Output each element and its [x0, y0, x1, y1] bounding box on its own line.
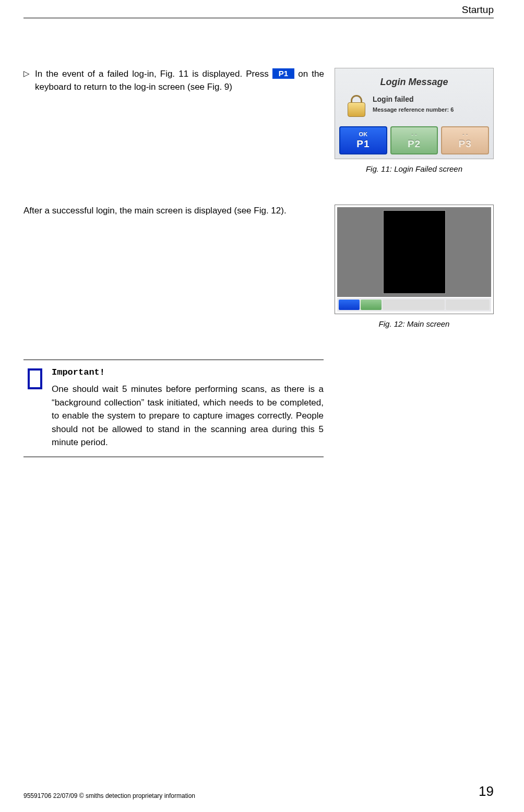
note-heading: Important!	[52, 367, 324, 377]
note-text: Important! One should wait 5 minutes bef…	[52, 367, 324, 449]
p2-button[interactable]: - - P2	[390, 126, 438, 154]
lock-icon	[348, 94, 365, 117]
fig11-col: Login Message Login failed Message refer…	[335, 68, 494, 173]
button-big-label: P2	[408, 138, 421, 150]
row-fig12: After a successful login, the main scree…	[23, 205, 494, 328]
dialog-buttons: OK P1 - - P2 - - P3	[338, 126, 490, 156]
button-top-label: OK	[359, 131, 368, 137]
page-number: 19	[479, 783, 494, 799]
statusbar-chip-green	[361, 300, 382, 310]
main-screen-inner	[337, 207, 491, 312]
step-text: In the event of a failed log-in, Fig. 11…	[35, 68, 324, 93]
step-item: ▷ In the event of a failed log-in, Fig. …	[23, 68, 324, 93]
main-screen-viewport	[383, 210, 446, 294]
statusbar-chip-info	[383, 300, 445, 310]
step-text-col: ▷ In the event of a failed log-in, Fig. …	[23, 68, 324, 173]
login-failed-dialog: Login Message Login failed Message refer…	[335, 68, 494, 159]
button-top-label: - -	[462, 131, 468, 137]
button-top-label: - -	[411, 131, 416, 137]
fig12-caption: Fig. 12: Main screen	[335, 319, 494, 328]
p3-button[interactable]: - - P3	[441, 126, 489, 154]
fig11-caption: Fig. 11: Login Failed screen	[335, 164, 494, 173]
note-body: Important! One should wait 5 minutes bef…	[23, 360, 324, 457]
dialog-message: Login failed Message reference number: 6	[373, 95, 454, 113]
fig12-col: Fig. 12: Main screen	[335, 205, 494, 328]
after-login-text: After a successful login, the main scree…	[23, 205, 324, 328]
button-big-label: P3	[459, 138, 472, 150]
important-note: Important! One should wait 5 minutes bef…	[23, 360, 324, 457]
message-line-1: Login failed	[373, 95, 454, 103]
page-footer: 95591706 22/07/09 © smiths detection pro…	[23, 783, 494, 799]
footer-left: 95591706 22/07/09 © smiths detection pro…	[23, 792, 195, 799]
note-rule-bottom	[23, 457, 324, 457]
note-paragraph: One should wait 5 minutes before perform…	[52, 383, 324, 449]
bullet-marker-icon: ▷	[23, 68, 30, 93]
statusbar-chip-blue	[339, 300, 360, 310]
section-header: Startup	[0, 0, 524, 18]
button-big-label: P1	[356, 138, 370, 150]
step-text-before: In the event of a failed log-in, Fig. 11…	[35, 69, 269, 79]
ok-p1-button[interactable]: OK P1	[339, 126, 387, 154]
main-screen-thumbnail	[335, 205, 494, 314]
dialog-body: Login failed Message reference number: 6	[338, 91, 490, 126]
statusbar-chip-info2	[446, 300, 490, 310]
p1-key-badge: P1	[272, 68, 294, 79]
dialog-title: Login Message	[338, 71, 490, 91]
row-fig11: ▷ In the event of a failed log-in, Fig. …	[23, 68, 494, 173]
important-icon	[28, 368, 42, 389]
message-line-2: Message reference number: 6	[373, 106, 454, 113]
page-content: ▷ In the event of a failed log-in, Fig. …	[0, 18, 524, 457]
main-screen-statusbar	[337, 297, 491, 312]
